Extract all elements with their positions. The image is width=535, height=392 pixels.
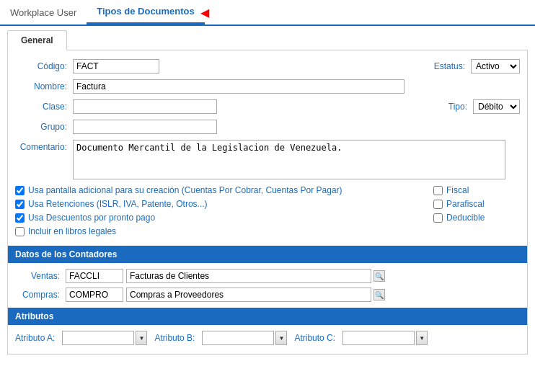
label-incluir-libros[interactable]: Incluir en libros legales bbox=[28, 226, 116, 236]
input-grupo[interactable] bbox=[73, 120, 217, 134]
checkbox-row-retenciones: Usa Retenciones (ISLR, IVA, Patente, Otr… bbox=[15, 199, 433, 209]
input-nombre[interactable] bbox=[73, 79, 404, 94]
select-estatus[interactable]: Activo Inactivo bbox=[471, 59, 520, 74]
form-area: Código: Estatus: Activo Inactivo Nombre:… bbox=[7, 50, 528, 355]
label-comentario: Comentario: bbox=[15, 140, 73, 152]
row-comentario: Comentario: Documento Mercantil de la Le… bbox=[15, 140, 520, 179]
section-datos-label: Datos de los Contadores bbox=[15, 249, 117, 259]
label-usa-descuentos[interactable]: Usa Descuentos por pronto pago bbox=[28, 213, 155, 223]
checkbox-row-descuentos: Usa Descuentos por pronto pago bbox=[15, 213, 433, 223]
input-atrib-a[interactable] bbox=[62, 331, 134, 345]
select-wrap-a: ▼ bbox=[62, 331, 147, 345]
input-clase[interactable] bbox=[73, 99, 217, 114]
input-ventas-desc[interactable] bbox=[126, 269, 371, 283]
nav-workplace-label: Workplace User bbox=[10, 7, 76, 18]
checkboxes-section: Usa pantalla adicional para su creación … bbox=[15, 185, 520, 240]
top-nav: Workplace User Tipos de Documentos ◀ bbox=[0, 0, 535, 26]
checkbox-row-pantalla: Usa pantalla adicional para su creación … bbox=[15, 185, 433, 195]
tab-general[interactable]: General bbox=[7, 30, 67, 50]
input-atrib-c[interactable] bbox=[342, 331, 415, 345]
checkbox-fiscal[interactable] bbox=[433, 186, 443, 195]
group-tipo: Tipo: Débito Crédito bbox=[448, 99, 520, 114]
row-ventas: Ventas: 🔍 bbox=[15, 269, 520, 283]
atrib-a-dropdown-btn[interactable]: ▼ bbox=[136, 331, 147, 345]
nav-workplace[interactable]: Workplace User bbox=[0, 0, 87, 24]
checkbox-deducible[interactable] bbox=[433, 213, 443, 223]
search-ventas-button[interactable]: 🔍 bbox=[373, 270, 385, 282]
label-codigo: Código: bbox=[15, 61, 73, 71]
checkbox-incluir-libros[interactable] bbox=[15, 227, 25, 236]
label-deducible[interactable]: Deducible bbox=[446, 213, 485, 223]
label-atrib-b: Atributo B: bbox=[154, 333, 195, 343]
label-grupo: Grupo: bbox=[15, 122, 73, 132]
label-fiscal[interactable]: Fiscal bbox=[446, 185, 469, 195]
checkbox-row-parafiscal: Parafiscal bbox=[433, 199, 520, 209]
checkbox-row-fiscal: Fiscal bbox=[433, 185, 520, 195]
label-usa-retenciones[interactable]: Usa Retenciones (ISLR, IVA, Patente, Otr… bbox=[28, 199, 208, 209]
input-ventas-code[interactable] bbox=[66, 269, 123, 283]
row-codigo: Código: Estatus: Activo Inactivo bbox=[15, 59, 520, 74]
checkbox-usa-pantalla[interactable] bbox=[15, 186, 25, 195]
atrib-b-dropdown-btn[interactable]: ▼ bbox=[275, 331, 287, 345]
input-codigo[interactable] bbox=[73, 59, 159, 74]
row-compras: Compras: 🔍 bbox=[15, 288, 520, 302]
checkbox-row-deducible: Deducible bbox=[433, 213, 520, 223]
input-compras-code[interactable] bbox=[66, 288, 123, 302]
label-tipo: Tipo: bbox=[448, 102, 473, 112]
tab-bar: General bbox=[7, 30, 528, 50]
textarea-comentario[interactable]: Documento Mercantil de la Legislacion de… bbox=[73, 140, 505, 179]
label-compras: Compras: bbox=[15, 290, 66, 300]
input-atrib-b[interactable] bbox=[202, 331, 274, 345]
label-nombre: Nombre: bbox=[15, 81, 73, 92]
row-atributos: Atributo A: ▼ Atributo B: ▼ Atributo C: … bbox=[15, 331, 520, 345]
row-grupo: Grupo: bbox=[15, 120, 520, 134]
nav-tipos[interactable]: Tipos de Documentos bbox=[87, 0, 205, 24]
search-compras-button[interactable]: 🔍 bbox=[373, 289, 385, 300]
nav-arrow-indicator: ◀ bbox=[200, 6, 209, 19]
label-ventas: Ventas: bbox=[15, 271, 66, 281]
atrib-c-dropdown-btn[interactable]: ▼ bbox=[416, 331, 428, 345]
select-wrap-b: ▼ bbox=[202, 331, 287, 345]
section-atributos-label: Atributos bbox=[15, 311, 53, 321]
select-tipo[interactable]: Débito Crédito bbox=[473, 99, 520, 114]
nav-tipos-label: Tipos de Documentos bbox=[97, 6, 195, 17]
label-usa-pantalla[interactable]: Usa pantalla adicional para su creación … bbox=[28, 185, 342, 195]
checkboxes-right: Fiscal Parafiscal Deducible bbox=[433, 185, 520, 240]
checkbox-usa-descuentos[interactable] bbox=[15, 213, 25, 223]
checkbox-parafiscal[interactable] bbox=[433, 200, 443, 209]
section-atributos: Atributos bbox=[8, 308, 527, 325]
label-parafiscal[interactable]: Parafiscal bbox=[446, 199, 485, 209]
label-atrib-a: Atributo A: bbox=[15, 333, 55, 343]
label-atrib-c: Atributo C: bbox=[294, 333, 335, 343]
section-datos-contadores: Datos de los Contadores bbox=[8, 246, 527, 263]
select-wrap-c: ▼ bbox=[342, 331, 428, 345]
group-estatus: Estatus: Activo Inactivo bbox=[434, 59, 520, 74]
checkbox-usa-retenciones[interactable] bbox=[15, 200, 25, 209]
row-nombre: Nombre: bbox=[15, 79, 520, 94]
input-compras-desc[interactable] bbox=[126, 288, 371, 302]
label-clase: Clase: bbox=[15, 102, 73, 112]
checkboxes-left: Usa pantalla adicional para su creación … bbox=[15, 185, 433, 240]
main-content: General Código: Estatus: Activo Inactivo… bbox=[0, 30, 535, 362]
checkbox-row-libros: Incluir en libros legales bbox=[15, 226, 433, 236]
label-estatus: Estatus: bbox=[434, 61, 471, 71]
row-clase: Clase: Tipo: Débito Crédito bbox=[15, 99, 520, 114]
